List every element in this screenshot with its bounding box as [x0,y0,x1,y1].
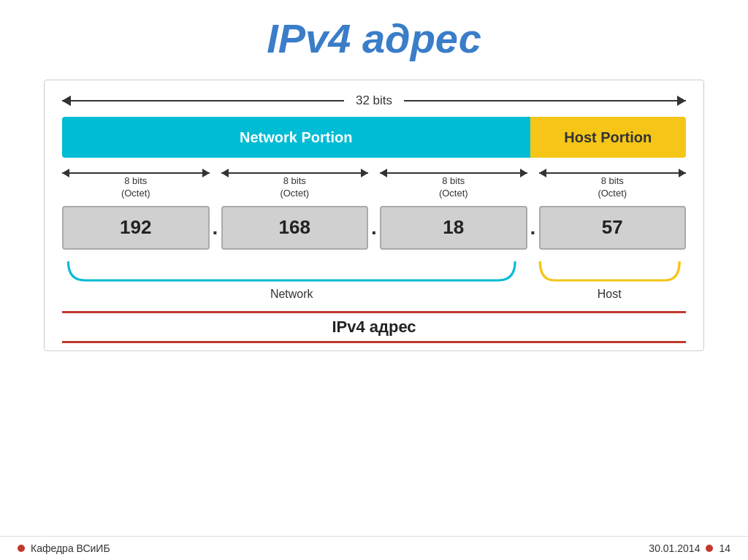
top-red-line [62,311,686,313]
date-label: 30.01.2014 [649,542,700,554]
org-label: Кафедра ВСиИБ [31,542,110,554]
octet-box-3: 18 [380,206,527,250]
octet-arrow-1: 8 bits(Octet) [62,172,210,200]
bracket-labels-row: Network Host [62,288,686,301]
footer-dot-left [18,545,25,552]
dot-2 [368,174,380,198]
portion-bar: Network Portion Host Portion [62,117,686,158]
page-label: 14 [719,542,730,554]
bottom-red-line [62,341,686,343]
bracket-host [533,258,687,285]
octet-label-4: 8 bits(Octet) [598,175,627,200]
host-label: Host [533,288,687,301]
dot-box-2: . [368,216,380,239]
footer-right: 30.01.2014 14 [649,542,730,554]
left-arrow [62,100,344,101]
octet-boxes-row: 192 . 168 . 18 . 57 [62,206,686,250]
octet-arrow-3: 8 bits(Octet) [380,172,527,200]
dot-1 [210,174,221,198]
dot-box-3: . [527,216,539,239]
host-portion: Host Portion [530,117,687,158]
octet-box-4: 57 [539,206,687,250]
footer-page-dot [706,545,713,552]
octet-label-2: 8 bits(Octet) [280,175,309,200]
octet-box-1: 192 [62,206,210,250]
octet-arrow-4: 8 bits(Octet) [539,172,687,200]
footer: Кафедра ВСиИБ 30.01.2014 14 [0,536,748,560]
footer-left: Кафедра ВСиИБ [18,542,110,554]
network-label: Network [62,288,522,301]
octet-arrow-2: 8 bits(Octet) [221,172,369,200]
bits-label: 32 bits [344,93,404,108]
brackets-row [62,258,686,285]
octet-arrows-row: 8 bits(Octet) 8 bits(Octet) [62,172,686,200]
octet-label-3: 8 bits(Octet) [439,175,468,200]
octet-box-2: 168 [221,206,369,250]
dot-3 [527,174,539,198]
page-title: IPv4 адрес [267,15,481,62]
ipv4-bottom: IPv4 адрес [62,311,686,343]
bracket-spacer [522,288,533,301]
bits-arrow-row: 32 bits [62,93,686,108]
dot-box-1: . [210,216,221,239]
right-arrow [404,100,686,101]
network-portion: Network Portion [62,117,530,158]
diagram-container: 32 bits Network Portion Host Portion [44,80,704,351]
octet-label-1: 8 bits(Octet) [121,175,150,200]
bracket-network [62,258,522,285]
ipv4-bottom-label: IPv4 адрес [332,318,416,337]
